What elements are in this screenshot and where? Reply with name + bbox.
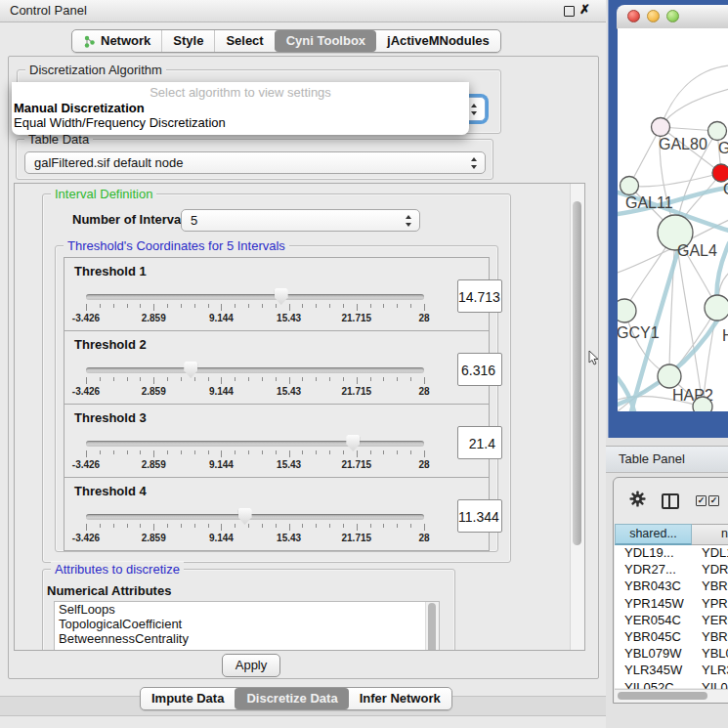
table-data-combobox[interactable]: galFiltered.sif default node (24, 151, 486, 174)
top-tab-bar: Network Style Select Cyni Toolbox jActiv… (71, 29, 501, 53)
checkbox-icon[interactable]: ✓ (708, 495, 719, 506)
column-header-name[interactable]: n (692, 524, 728, 545)
gear-icon[interactable] (629, 491, 646, 507)
threshold-value-field[interactable]: 6.316 (457, 353, 502, 386)
tab-cyni-toolbox[interactable]: Cyni Toolbox (275, 30, 376, 52)
tab-style[interactable]: Style (161, 30, 214, 52)
slider-thumb[interactable] (238, 508, 252, 525)
tab-select[interactable]: Select (214, 30, 274, 52)
minimize-traffic-icon[interactable] (647, 10, 660, 22)
tab-infer-network[interactable]: Infer Network (349, 688, 451, 709)
settings-scrollbar[interactable] (570, 184, 584, 650)
zoom-traffic-icon[interactable] (666, 10, 679, 22)
slider-axis-labels: -3.4262.8599.14415.4321.71528 (86, 533, 424, 544)
float-window-icon[interactable] (564, 6, 575, 17)
threshold-slider[interactable] (86, 294, 424, 300)
list-item[interactable]: SelfLoops (55, 602, 439, 617)
slider-ticks (86, 450, 424, 458)
groupbox-title: Interval Definition (51, 187, 156, 201)
table-data-groupbox: Table Data galFiltered.sif default node (16, 139, 493, 180)
columns-icon[interactable] (662, 493, 679, 509)
mouse-cursor (588, 350, 599, 365)
tab-label: Cyni Toolbox (286, 30, 365, 52)
threshold-slider[interactable] (86, 514, 424, 520)
number-of-intervals-label: Number of Intervals (72, 212, 192, 227)
bottom-tab-bar: Impute Data Discretize Data Infer Networ… (140, 687, 452, 710)
table-row[interactable]: YER054CYER0 (615, 613, 728, 629)
combo-value: galFiltered.sif default node (34, 155, 183, 170)
scrollbar-thumb[interactable] (618, 692, 707, 700)
groupbox-title: Discretization Algorithm (25, 63, 166, 77)
network-node-label: H (722, 327, 728, 344)
thresholds-groupbox: Threshold's Coordinates for 5 Intervals … (55, 245, 498, 552)
slider-axis-labels: -3.4262.8599.14415.4321.71528 (86, 459, 424, 471)
slider-thumb[interactable] (275, 288, 288, 305)
network-node-label: GA (718, 140, 728, 156)
tab-label: Discretize Data (246, 688, 337, 709)
table-header-row: shared... n (615, 524, 728, 545)
threshold-rows: Threshold 1 -3.4262.8599.14415.4321.7152… (64, 258, 490, 551)
numerical-attributes-label: Numerical Attributes (47, 583, 171, 598)
tab-impute-data[interactable]: Impute Data (141, 688, 235, 709)
threshold-row: Threshold 2 -3.4262.8599.14415.4321.7152… (64, 330, 490, 405)
table-row[interactable]: YBR045CYBR0 (615, 629, 728, 646)
checkbox-icon[interactable]: ✓ (696, 495, 707, 506)
table-row[interactable]: YDL19...YDL1 (615, 545, 728, 562)
network-node (621, 177, 639, 195)
list-scrollbar[interactable] (425, 602, 439, 651)
table-row[interactable]: YBR043CYBR0 (615, 578, 728, 595)
network-node (712, 164, 728, 182)
network-node-label: C (723, 181, 728, 197)
close-traffic-icon[interactable] (627, 10, 640, 22)
network-node-label: GAL11 (625, 194, 673, 211)
network-node (708, 122, 727, 141)
table-row[interactable]: YPR145WYPR1 (615, 596, 728, 613)
popup-item-equal-width-frequency[interactable]: Equal Width/Frequency Discretization (14, 115, 226, 130)
apply-button[interactable]: Apply (222, 654, 280, 677)
network-node (652, 118, 670, 137)
column-header-shared-name[interactable]: shared... (615, 524, 692, 545)
table-row[interactable]: YLR345WYLR3 (615, 663, 728, 679)
tab-label: Style (173, 30, 203, 52)
threshold-value-field[interactable]: 11.344 (457, 499, 502, 533)
threshold-value-field[interactable]: 14.713 (457, 279, 502, 313)
threshold-value-field[interactable]: 21.4 (457, 426, 502, 459)
number-of-intervals-combobox[interactable]: 5 (181, 209, 420, 232)
threshold-slider[interactable] (86, 441, 424, 447)
network-node (658, 364, 681, 388)
network-icon (83, 35, 96, 48)
popup-item-manual-discretization[interactable]: Manual Discretization (14, 101, 145, 115)
slider-axis-labels: -3.4262.8599.14415.4321.71528 (86, 313, 424, 324)
tab-jactivemnodules[interactable]: jActiveMNodules (376, 30, 500, 52)
scrollbar-thumb[interactable] (573, 201, 581, 545)
close-icon[interactable]: ✗ (579, 2, 590, 17)
list-item[interactable]: BetweennessCentrality (55, 631, 439, 646)
numerical-attributes-list[interactable]: SelfLoops TopologicalCoefficient Between… (54, 601, 440, 651)
table-horizontal-scrollbar[interactable] (615, 689, 728, 703)
table-row[interactable]: YBL079WYBL0 (615, 646, 728, 663)
table-panel-window: ✓ ✓ shared... n YDL19...YDL1 YDR27...YDR… (613, 477, 728, 704)
threshold-slider[interactable] (86, 367, 424, 373)
network-window-titlebar[interactable] (617, 5, 728, 29)
tab-label: Infer Network (360, 688, 441, 709)
table-row[interactable]: YDR27...YDR2 (615, 562, 728, 578)
network-canvas[interactable]: GAL80GACGAL11GAL4GCY1HHAP2 (618, 28, 728, 411)
network-node (705, 295, 728, 321)
network-node-label: GAL80 (659, 136, 707, 152)
tab-network[interactable]: Network (72, 30, 161, 52)
popup-placeholder: Select algorithm to view settings (12, 85, 469, 100)
list-item[interactable]: TopologicalCoefficient (55, 617, 439, 631)
threshold-row: Threshold 1 -3.4262.8599.14415.4321.7152… (64, 257, 490, 331)
combo-arrows-icon (471, 104, 478, 115)
slider-thumb[interactable] (184, 362, 197, 378)
combo-arrows-icon (471, 157, 478, 169)
tab-discretize-data[interactable]: Discretize Data (235, 688, 348, 709)
slider-thumb[interactable] (346, 435, 360, 451)
interval-definition-groupbox: Interval Definition Number of Intervals … (42, 193, 511, 563)
slider-ticks (86, 524, 424, 532)
slider-ticks (86, 304, 424, 312)
slider-axis-labels: -3.4262.8599.14415.4321.71528 (86, 386, 424, 398)
combo-arrows-icon (406, 215, 412, 227)
algorithm-dropdown-popup: Select algorithm to view settings Manual… (12, 82, 469, 135)
network-view-frame: GAL80GACGAL11GAL4GCY1HHAP2 (608, 0, 728, 438)
